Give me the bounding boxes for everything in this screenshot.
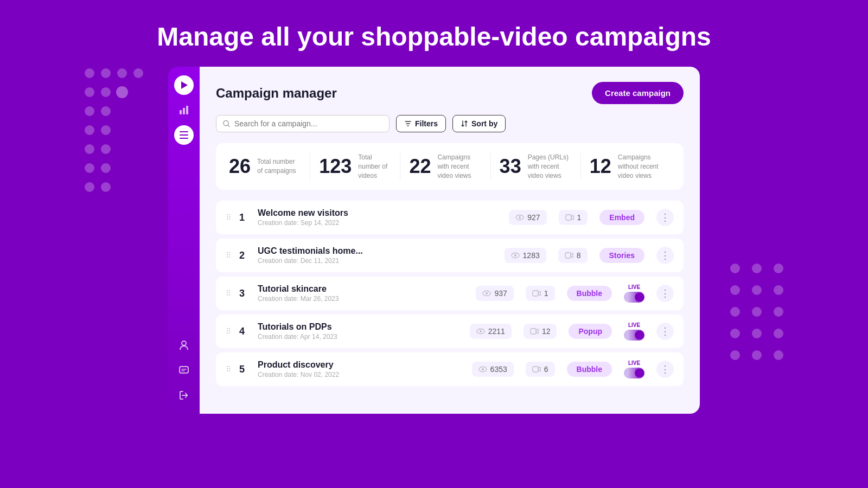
row-num-2: 3 [239, 288, 250, 299]
drag-handle-2[interactable]: ⠿ [226, 289, 232, 298]
svg-point-18 [752, 264, 762, 273]
campaign-info-3: Tutorials on PDPs Creation date: Apr 14,… [258, 322, 462, 341]
svg-rect-46 [566, 215, 571, 220]
live-toggle-2[interactable]: LIVE [624, 284, 644, 303]
campaign-name-4: Product discovery [258, 360, 464, 370]
create-campaign-button[interactable]: Create campaign [592, 82, 684, 104]
drag-handle-3[interactable]: ⠿ [226, 327, 232, 336]
campaign-info-1: UGC testimonials home... Creation date: … [258, 246, 497, 265]
more-button-4[interactable]: ⋮ [656, 361, 674, 378]
sidebar-icon-chart[interactable] [174, 100, 194, 120]
svg-rect-33 [180, 110, 182, 114]
videos-badge-2: 1 [526, 286, 555, 301]
stat-item-0: 26 Total number of campaigns [229, 153, 310, 180]
campaign-date-4: Creation date: Nov 02, 2022 [258, 371, 464, 378]
type-badge-2: Bubble [567, 286, 612, 301]
svg-rect-58 [533, 367, 538, 372]
drag-handle-0[interactable]: ⠿ [226, 213, 232, 222]
toggle-track-3[interactable] [624, 330, 644, 341]
svg-point-30 [752, 350, 762, 360]
stat-label-2: Campaigns with recent video views [437, 153, 481, 180]
campaign-row: ⠿ 3 Tutorial skincare Creation date: Mar… [216, 277, 684, 310]
campaign-date-1: Creation date: Dec 11, 2021 [258, 257, 497, 265]
svg-point-48 [514, 254, 516, 256]
svg-point-10 [101, 125, 111, 135]
eye-icon-0 [515, 213, 524, 222]
drag-handle-1[interactable]: ⠿ [226, 251, 232, 260]
live-label-2: LIVE [628, 284, 640, 290]
campaign-row: ⠿ 4 Tutorials on PDPs Creation date: Apr… [216, 314, 684, 348]
sidebar-icon-person[interactable] [174, 336, 194, 355]
svg-point-19 [774, 264, 783, 273]
views-badge-4: 6353 [472, 362, 514, 377]
svg-point-6 [116, 86, 128, 98]
more-button-0[interactable]: ⋮ [656, 209, 674, 226]
svg-point-24 [752, 307, 762, 317]
sidebar-icon-play[interactable] [174, 75, 194, 95]
campaign-info-2: Tutorial skincare Creation date: Mar 26,… [258, 284, 468, 303]
live-toggle-4[interactable]: LIVE [624, 360, 644, 378]
stat-label-1: Total number of videos [358, 153, 391, 180]
toggle-track-2[interactable] [624, 292, 644, 303]
filters-button[interactable]: Filters [396, 115, 446, 132]
filters-label: Filters [415, 119, 438, 128]
sidebar-icon-logout[interactable] [174, 386, 194, 405]
svg-rect-49 [565, 253, 571, 258]
more-button-3[interactable]: ⋮ [656, 323, 674, 340]
sort-button[interactable]: Sort by [452, 115, 506, 132]
live-label-4: LIVE [628, 360, 640, 366]
eye-icon-4 [478, 365, 487, 374]
stat-number-4: 12 [590, 155, 611, 178]
video-icon-0 [565, 213, 574, 222]
live-toggle-3[interactable]: LIVE [624, 322, 644, 341]
stats-bar: 26 Total number of campaigns 123 Total n… [216, 143, 684, 190]
campaign-name-0: Welcome new visitors [258, 208, 501, 218]
type-badge-4: Bubble [567, 362, 612, 377]
row-num-3: 4 [239, 326, 250, 337]
campaign-row: ⠿ 1 Welcome new visitors Creation date: … [216, 201, 684, 234]
row-num-0: 1 [239, 212, 250, 223]
videos-badge-3: 12 [524, 324, 557, 339]
sort-label: Sort by [471, 119, 497, 128]
type-badge-1: Stories [599, 248, 644, 263]
sidebar-icon-menu[interactable] [174, 125, 194, 145]
toggle-track-4[interactable] [624, 368, 644, 378]
campaign-row: ⠿ 2 UGC testimonials home... Creation da… [216, 239, 684, 272]
stat-item-4: 12 Campaigns without recent video views [581, 153, 671, 180]
svg-line-40 [228, 125, 229, 127]
eye-icon-3 [476, 327, 485, 336]
svg-point-4 [85, 87, 94, 97]
svg-point-22 [774, 285, 783, 295]
videos-badge-1: 8 [558, 248, 588, 263]
stat-number-3: 33 [500, 155, 521, 178]
campaign-name-1: UGC testimonials home... [258, 246, 497, 256]
campaign-info-4: Product discovery Creation date: Nov 02,… [258, 360, 464, 378]
type-badge-0: Embed [599, 210, 644, 225]
svg-point-11 [85, 144, 94, 154]
svg-point-8 [101, 106, 111, 116]
drag-handle-4[interactable]: ⠿ [226, 365, 232, 374]
stat-label-3: Pages (URLs) with recent video views [528, 153, 572, 180]
svg-point-21 [752, 285, 762, 295]
stat-number-0: 26 [229, 155, 251, 178]
more-button-2[interactable]: ⋮ [656, 285, 674, 302]
sidebar-icon-chat[interactable] [174, 361, 194, 380]
svg-rect-34 [183, 108, 185, 114]
filter-icon [404, 120, 412, 127]
svg-rect-52 [533, 291, 538, 296]
svg-point-3 [133, 68, 143, 78]
svg-rect-37 [180, 367, 188, 373]
svg-rect-55 [531, 329, 536, 334]
video-icon-3 [530, 327, 539, 336]
panel-header: Campaign manager Create campaign [216, 82, 684, 104]
panel-title: Campaign manager [216, 86, 337, 101]
search-input[interactable] [234, 119, 382, 128]
main-panel: Campaign manager Create campaign Filters [200, 67, 700, 414]
row-num-4: 5 [239, 364, 250, 375]
more-button-1[interactable]: ⋮ [656, 247, 674, 264]
videos-badge-0: 1 [559, 210, 588, 225]
eye-icon-1 [511, 251, 520, 260]
campaign-name-2: Tutorial skincare [258, 284, 468, 294]
eye-icon-2 [482, 289, 491, 298]
page-title: Manage all your shoppable-video campaign… [157, 22, 711, 52]
